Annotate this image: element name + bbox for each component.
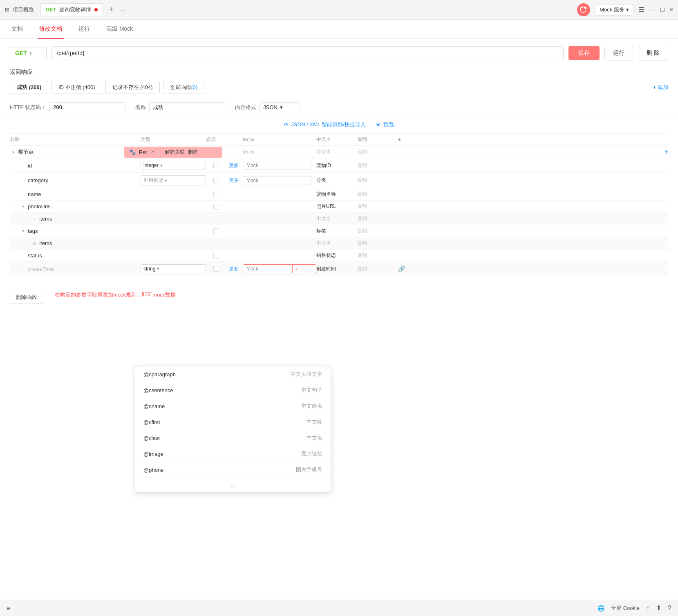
required-checkbox-photoUrls[interactable]	[213, 204, 219, 210]
zhname-category: 分类	[316, 177, 357, 184]
method-arrow: ▾	[29, 51, 31, 56]
root-node-row: ▾ 根节点 🐾 Pet ↗ | 解除关联 删除 Mock 中文名 说明 +	[10, 146, 668, 158]
upload-icon[interactable]: ⬆	[656, 604, 661, 612]
zhname-items1: 中文名	[316, 215, 357, 222]
zhname-status: 销售状态	[316, 252, 357, 259]
save-button[interactable]: 保存	[568, 46, 600, 60]
more-tabs-button[interactable]: ···	[120, 7, 125, 13]
col-header-type: 类型	[141, 136, 206, 143]
mock-service-selector[interactable]: Mock 服务 ▾	[595, 4, 633, 16]
field-row-createTime: createTime string ▾ 更多 ↙ 创建时间 说明 🔗	[10, 262, 668, 276]
add-response-button[interactable]: + 添加	[653, 84, 668, 91]
name-input[interactable]	[149, 102, 225, 112]
mock-input-id[interactable]	[243, 161, 311, 170]
info-text: 在响应的参数字段里添加mock规则，即可mock数据	[55, 291, 176, 299]
field-name-items1: items	[39, 216, 52, 222]
maximize-button[interactable]: □	[660, 6, 665, 13]
badge-delete-button[interactable]: 删除	[188, 149, 198, 156]
type-selector-category[interactable]: 引用模型 ▾	[141, 175, 206, 185]
grid-icon: ⊞	[5, 7, 9, 13]
link-icon-createTime[interactable]: 🔗	[398, 266, 405, 272]
app-label[interactable]: 项目概览	[13, 6, 34, 13]
root-expand-icon[interactable]: ▾	[10, 150, 16, 154]
tab-advanced-mock[interactable]: 高级 Mock	[105, 20, 134, 39]
content-type-value: JSON	[263, 104, 277, 110]
active-tab[interactable]: GET 查询宠物详情	[40, 3, 103, 16]
popup-item-clast[interactable]: @clast 中文名	[135, 430, 331, 446]
required-checkbox-status[interactable]	[213, 253, 219, 259]
content-type-group: 内容格式 JSON ▾	[235, 102, 300, 112]
desc-photoUrls: 说明	[357, 203, 398, 210]
tab-edit-document[interactable]: 修改文档	[38, 20, 64, 39]
drag-handle-items2[interactable]: ≡	[33, 240, 36, 247]
delete-response-button[interactable]: 删除响应	[10, 291, 43, 304]
http-status-row: HTTP 状态码： 名称 内容格式 JSON ▾	[0, 99, 678, 116]
refresh-button[interactable]	[577, 3, 590, 16]
close-button[interactable]: ×	[669, 6, 673, 13]
run-button[interactable]: 运行	[604, 46, 633, 60]
import-json-button[interactable]: ⟳ JSON / XML 智能识别/快捷导入	[284, 121, 366, 128]
more-button-category[interactable]: 更多	[226, 176, 241, 184]
expand-mock-button[interactable]: ↙	[292, 265, 301, 273]
desc-name: 说明	[357, 191, 398, 198]
photoUrls-expand-icon[interactable]: ▾	[20, 204, 26, 209]
popup-item-image[interactable]: @image 图片链接	[135, 446, 331, 462]
desc-items2: 说明	[357, 240, 398, 247]
pet-unlink-button[interactable]: 解除关联	[165, 149, 185, 156]
popup-item-more: ...	[135, 478, 331, 492]
field-name-status: status	[28, 252, 42, 259]
type-selector-createTime[interactable]: string ▾	[141, 264, 206, 273]
drag-handle-items1[interactable]: ≡	[33, 216, 36, 222]
content-type-selector[interactable]: JSON ▾	[260, 102, 300, 112]
desc-createTime: 说明	[357, 266, 398, 272]
resp-tab-404[interactable]: 记录不存在 (404)	[105, 81, 160, 94]
field-name-name: name	[28, 191, 41, 197]
required-checkbox-id[interactable]	[213, 163, 219, 168]
resp-tab-400[interactable]: ID 不正确 (400)	[51, 81, 102, 94]
url-bar: GET ▾ 保存 运行 删 除	[0, 39, 678, 67]
http-status-input[interactable]	[49, 102, 125, 112]
mock-popup-list: @cparagraph 中文大段文本 @csentence 中文句子 @cnam…	[135, 366, 331, 492]
method-selector[interactable]: GET ▾	[10, 47, 47, 59]
field-row-items-2: ≡ items 中文名 说明	[10, 237, 668, 250]
minimize-button[interactable]: —	[649, 6, 656, 13]
tags-expand-icon[interactable]: ▾	[20, 229, 26, 233]
required-checkbox-category[interactable]	[213, 178, 219, 183]
col-header-add[interactable]: +	[398, 137, 668, 143]
root-add-button[interactable]: +	[398, 148, 668, 156]
field-name-photoUrls: photoUrls	[28, 203, 51, 210]
url-input[interactable]	[51, 46, 564, 60]
popup-item-cparagraph[interactable]: @cparagraph 中文大段文本	[135, 366, 331, 382]
popup-item-phone[interactable]: @phone 国内手机号	[135, 462, 331, 478]
response-section-title: 返回响应	[0, 67, 678, 81]
global-cookie-label[interactable]: 全局 Cookie	[611, 605, 640, 612]
settings-icon[interactable]: ☰	[638, 6, 644, 13]
required-checkbox-tags[interactable]	[213, 228, 219, 234]
required-checkbox-createTime[interactable]	[213, 266, 219, 272]
preview-button[interactable]: 👁 预览	[376, 121, 394, 128]
new-tab-button[interactable]: +	[110, 5, 114, 14]
tab-title: 查询宠物详情	[59, 6, 91, 13]
resp-tab-200[interactable]: 成功 (200)	[10, 81, 48, 94]
more-button-id[interactable]: 更多	[226, 162, 241, 169]
name-label: 名称	[135, 104, 146, 111]
tab-run[interactable]: 运行	[77, 20, 92, 39]
mock-input-createTime[interactable]	[243, 265, 292, 273]
required-checkbox-name[interactable]	[213, 192, 219, 197]
desc-category: 说明	[357, 177, 398, 184]
popup-item-csentence[interactable]: @csentence 中文句子	[135, 382, 331, 398]
col-header-desc: 说明	[357, 136, 398, 143]
import-icon: ⟳	[284, 122, 289, 128]
mock-service-label: Mock 服务	[600, 6, 624, 13]
resp-tab-global[interactable]: 全局响应(0)	[163, 81, 205, 94]
popup-item-cname[interactable]: @cname 中文姓名	[135, 398, 331, 414]
mock-input-category[interactable]	[243, 176, 311, 185]
share-icon[interactable]: ↑	[646, 605, 649, 612]
tab-document[interactable]: 文档	[10, 20, 25, 39]
popup-item-cfirst[interactable]: @cfirst 中文姓	[135, 414, 331, 430]
bottom-actions: 删除响应 在响应的参数字段里添加mock规则，即可mock数据	[0, 279, 678, 310]
delete-button[interactable]: 删 除	[638, 46, 668, 60]
more-button-createTime[interactable]: 更多	[226, 265, 241, 272]
help-icon[interactable]: ?	[668, 605, 671, 612]
type-selector-id[interactable]: integer ▾	[141, 161, 206, 170]
